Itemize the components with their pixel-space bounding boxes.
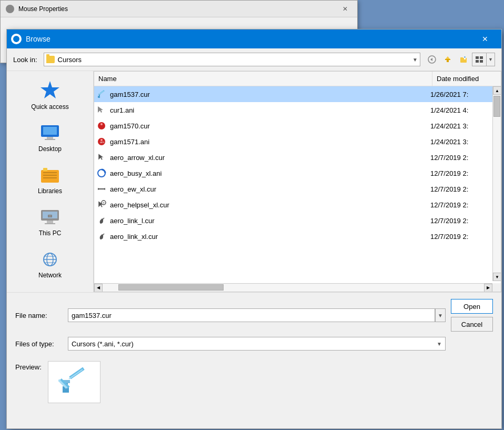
file-icon: ? <box>96 199 107 210</box>
svg-rect-8 <box>476 60 479 63</box>
file-name-dropdown-arrow[interactable]: ▼ <box>435 308 446 322</box>
vertical-scrollbar[interactable]: ▲ ▼ <box>492 86 501 281</box>
network-icon <box>39 248 61 269</box>
scrollbar-h-thumb[interactable] <box>118 284 224 291</box>
file-name: aero_link_xl.cur <box>110 233 430 241</box>
mouse-title: Mouse Properties <box>18 5 333 13</box>
table-row[interactable]: gam1537.cur 1/26/2021 7: <box>94 86 501 102</box>
table-row[interactable]: aero_arrow_xl.cur 12/7/2019 2: <box>94 149 501 165</box>
table-row[interactable]: cur1.ani 1/24/2021 4: <box>94 102 501 118</box>
look-in-arrow: ▼ <box>412 57 418 63</box>
scrollbar-thumb[interactable] <box>493 96 500 117</box>
libraries-label: Libraries <box>38 187 62 195</box>
svg-rect-33 <box>99 95 100 97</box>
file-date: 12/7/2019 2: <box>430 217 499 225</box>
file-name: gam1537.cur <box>110 91 430 98</box>
file-icon <box>96 121 107 131</box>
svg-rect-9 <box>480 60 483 63</box>
file-date: 1/24/2021 3: <box>430 138 499 146</box>
quick-access-label: Quick access <box>31 103 68 111</box>
file-date: 12/7/2019 2: <box>430 233 499 241</box>
table-row[interactable]: aero_ew_xl.cur 12/7/2019 2: <box>94 181 501 197</box>
scroll-up-button[interactable]: ▲ <box>493 86 501 95</box>
svg-rect-15 <box>41 170 59 183</box>
svg-rect-19 <box>43 177 57 178</box>
open-button[interactable]: Open <box>451 299 493 314</box>
table-row[interactable]: ? aero_helpsel_xl.cur 12/7/2019 2: <box>94 197 501 213</box>
file-list-header: Name Date modified <box>94 72 501 86</box>
file-icon <box>96 231 107 242</box>
browse-bottom-form: File name: ▼ Open Cancel Files of type: … <box>7 292 501 357</box>
svg-rect-14 <box>45 139 55 140</box>
svg-text:ani: ani <box>100 141 104 144</box>
svg-marker-43 <box>98 154 104 160</box>
create-folder-button[interactable] <box>456 53 471 66</box>
mouse-title-bar: Mouse Properties ✕ <box>1 1 357 17</box>
quick-access-icon <box>39 80 61 101</box>
svg-text:?: ? <box>103 202 105 205</box>
browse-dialog: Browse ✕ Look in: Cursors ▼ <box>6 29 502 429</box>
sidebar-item-desktop[interactable]: Desktop <box>7 117 93 157</box>
file-icon <box>96 215 107 226</box>
svg-rect-2 <box>445 59 450 60</box>
scroll-left-button[interactable]: ◀ <box>94 284 103 292</box>
file-icon <box>96 168 107 178</box>
column-name[interactable]: Name <box>94 72 432 86</box>
table-row[interactable]: aero_link_xl.cur 12/7/2019 2: <box>94 228 501 244</box>
scrollbar-track[interactable] <box>493 95 501 273</box>
file-rows: gam1537.cur 1/26/2021 7: cur1.ani 1/24/2… <box>94 86 501 283</box>
svg-rect-7 <box>480 56 483 59</box>
look-in-label: Look in: <box>13 56 37 64</box>
scrollbar-corner <box>492 283 501 292</box>
table-row[interactable]: ani gam1571.ani 1/24/2021 3: <box>94 134 501 149</box>
file-name: cur1.ani <box>110 106 430 114</box>
svg-line-59 <box>69 369 83 379</box>
sidebar-item-libraries[interactable]: Libraries <box>7 159 93 199</box>
up-button[interactable] <box>440 53 455 66</box>
views-dropdown-arrow[interactable]: ▼ <box>486 53 495 66</box>
sidebar-item-network[interactable]: Network <box>7 244 93 284</box>
svg-line-36 <box>99 91 104 94</box>
column-date[interactable]: Date modified <box>432 72 501 86</box>
mouse-close-button[interactable]: ✕ <box>333 1 357 17</box>
browse-sidebar: Quick access Desktop <box>7 71 94 292</box>
svg-marker-47 <box>103 188 105 190</box>
scrollbar-h-track[interactable] <box>103 284 484 292</box>
cancel-button[interactable]: Cancel <box>451 317 493 332</box>
views-button[interactable]: ▼ <box>472 53 495 66</box>
file-name: aero_ew_xl.cur <box>110 185 430 193</box>
file-name-input[interactable] <box>68 308 435 322</box>
file-list-area: Name Date modified <box>94 71 501 292</box>
table-row[interactable]: aero_link_l.cur 12/7/2019 2: <box>94 213 501 228</box>
preview-box <box>48 361 100 403</box>
table-row[interactable]: aero_busy_xl.ani 12/7/2019 2: <box>94 165 501 181</box>
files-of-type-dropdown[interactable]: Cursors (*.ani, *.cur) ▼ <box>68 337 446 351</box>
svg-point-39 <box>100 123 103 125</box>
file-name: aero_busy_xl.ani <box>110 169 430 177</box>
file-icon: ani <box>96 136 107 147</box>
sidebar-item-quick-access[interactable]: Quick access <box>7 75 93 115</box>
look-in-dropdown[interactable]: Cursors ▼ <box>44 53 420 66</box>
browse-dialog-icon <box>11 34 22 44</box>
file-date: 12/7/2019 2: <box>430 201 499 209</box>
scroll-down-button[interactable]: ▼ <box>493 273 501 281</box>
svg-point-26 <box>48 215 52 217</box>
look-in-value: Cursors <box>58 56 411 64</box>
file-icon <box>96 184 107 194</box>
svg-rect-24 <box>45 223 55 224</box>
svg-rect-16 <box>43 168 47 171</box>
scroll-right-button[interactable]: ▶ <box>484 284 492 292</box>
files-of-type-input-wrap: Cursors (*.ani, *.cur) ▼ <box>68 337 446 351</box>
desktop-icon <box>39 122 61 143</box>
file-date: 1/24/2021 3: <box>430 122 499 130</box>
sidebar-item-this-pc[interactable]: This PC <box>7 202 93 242</box>
svg-rect-18 <box>43 175 57 176</box>
back-button[interactable] <box>425 53 439 66</box>
browse-close-button[interactable]: ✕ <box>473 29 497 48</box>
browse-preview: Preview: <box>7 357 501 407</box>
views-icon <box>472 56 486 63</box>
horizontal-scrollbar[interactable]: ◀ ▶ <box>94 283 492 292</box>
files-of-type-arrow: ▼ <box>437 341 442 347</box>
svg-rect-17 <box>43 172 57 173</box>
table-row[interactable]: gam1570.cur 1/24/2021 3: <box>94 118 501 134</box>
